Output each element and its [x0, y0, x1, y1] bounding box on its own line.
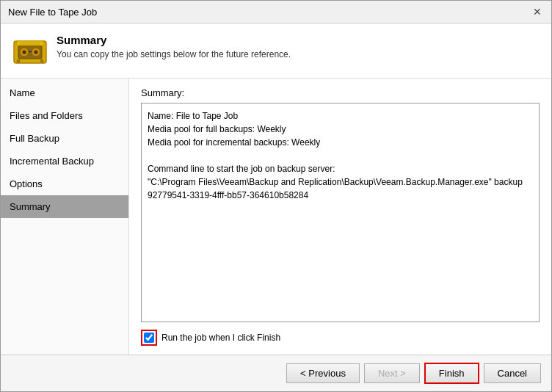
header-title: Summary: [57, 34, 291, 46]
summary-label: Summary:: [141, 87, 540, 98]
finish-button[interactable]: Finish: [424, 363, 479, 384]
content-area: Name Files and Folders Full Backup Incre…: [1, 79, 551, 355]
summary-box[interactable]: Name: File to Tape Job Media pool for fu…: [141, 103, 540, 322]
title-bar: New File to Tape Job ✕: [1, 1, 551, 23]
sidebar: Name Files and Folders Full Backup Incre…: [1, 79, 129, 355]
close-button[interactable]: ✕: [531, 5, 544, 18]
run-on-finish-label[interactable]: Run the job when I click Finish: [161, 333, 280, 343]
svg-point-5: [34, 51, 38, 54]
header-text: Summary You can copy the job settings be…: [57, 34, 291, 59]
footer: < Previous Next > Finish Cancel: [1, 355, 551, 391]
dialog-window: New File to Tape Job ✕: [0, 0, 552, 392]
run-on-finish-checkbox[interactable]: [144, 333, 154, 343]
main-content: Summary: Name: File to Tape Job Media po…: [129, 79, 551, 355]
header-section: Summary You can copy the job settings be…: [1, 23, 551, 79]
dialog-title: New File to Tape Job: [8, 7, 97, 18]
checkbox-row: Run the job when I click Finish: [141, 330, 540, 346]
cancel-button[interactable]: Cancel: [484, 363, 541, 383]
sidebar-item-options[interactable]: Options: [1, 173, 128, 195]
sidebar-item-summary[interactable]: Summary: [1, 195, 128, 218]
sidebar-item-full-backup[interactable]: Full Backup: [1, 127, 128, 150]
next-button[interactable]: Next >: [364, 363, 420, 383]
header-description: You can copy the job settings below for …: [57, 49, 291, 59]
sidebar-item-files-and-folders[interactable]: Files and Folders: [1, 104, 128, 127]
previous-button[interactable]: < Previous: [286, 363, 360, 383]
sidebar-item-name[interactable]: Name: [1, 81, 128, 104]
sidebar-item-incremental-backup[interactable]: Incremental Backup: [1, 150, 128, 173]
svg-point-9: [17, 59, 20, 62]
checkbox-wrapper: [141, 330, 157, 346]
svg-point-10: [40, 59, 43, 62]
svg-rect-6: [17, 41, 43, 46]
svg-point-3: [23, 51, 26, 54]
tape-icon: [12, 34, 48, 69]
